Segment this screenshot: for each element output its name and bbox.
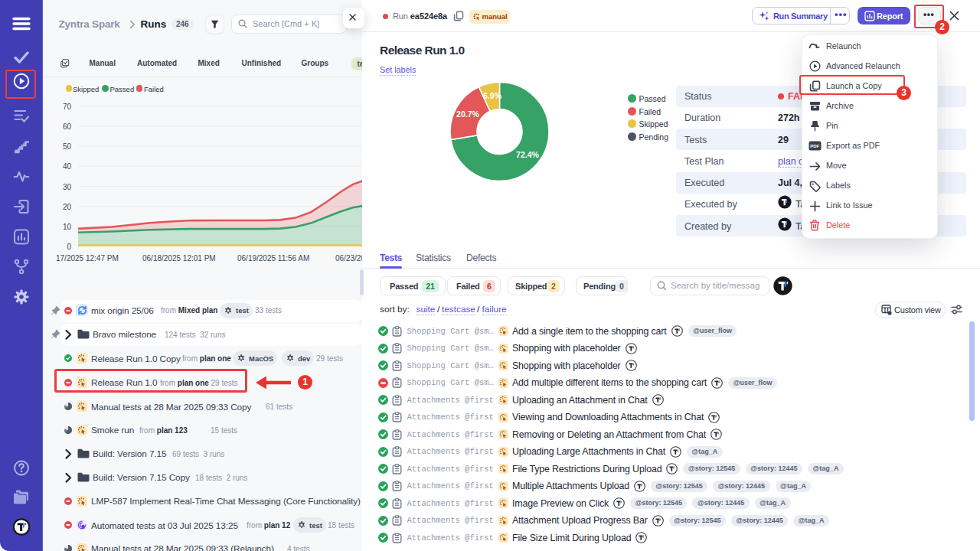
svg-text:06/18/2025 12:01 PM: 06/18/2025 12:01 PM bbox=[142, 254, 216, 262]
svg-text:60: 60 bbox=[63, 122, 72, 131]
svg-text:30: 30 bbox=[63, 183, 72, 191]
svg-text:10: 10 bbox=[63, 223, 72, 231]
svg-text:06/19/2025 11:56 AM: 06/19/2025 11:56 AM bbox=[237, 254, 309, 262]
svg-text:17/2025 12:47 PM: 17/2025 12:47 PM bbox=[56, 254, 119, 262]
svg-text:50: 50 bbox=[63, 142, 72, 151]
svg-text:20: 20 bbox=[63, 203, 72, 211]
svg-text:70: 70 bbox=[63, 103, 72, 111]
svg-text:40: 40 bbox=[63, 162, 72, 171]
svg-text:PDF: PDF bbox=[810, 144, 819, 148]
svg-text:06/23/202: 06/23/202 bbox=[335, 254, 362, 262]
svg-text:0: 0 bbox=[67, 243, 71, 251]
